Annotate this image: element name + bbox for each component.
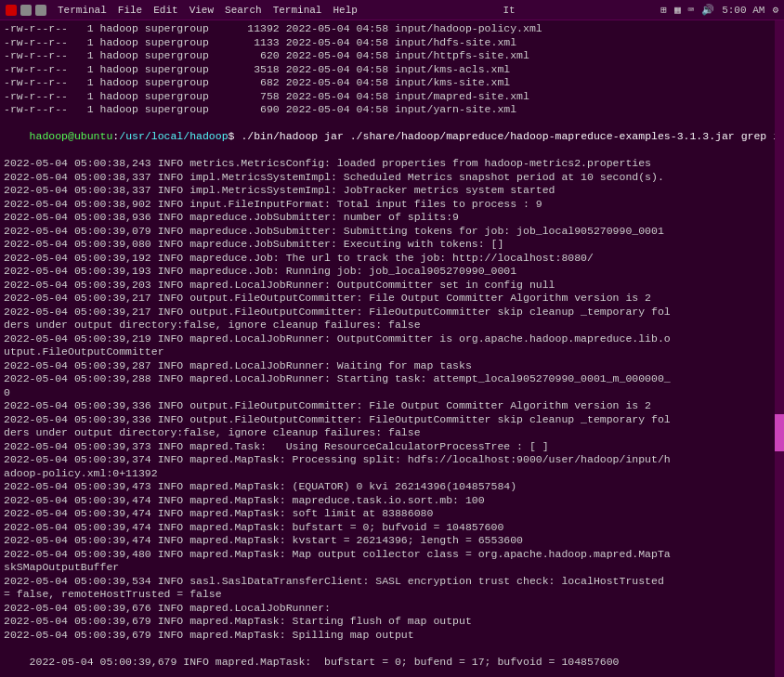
terminal-line: 2022-05-04 05:00:39,203 INFO mapred.Loca… — [4, 279, 780, 293]
titlebar-center: It — [503, 5, 515, 16]
terminal-line: -rw-r--r-- 1 hadoop supergroup 11392 202… — [4, 22, 780, 36]
sound-icon: 🔊 — [701, 4, 714, 16]
terminal-line: 2022-05-04 05:00:38,337 INFO impl.Metric… — [4, 171, 780, 185]
terminal-line: -rw-r--r-- 1 hadoop supergroup 620 2022-… — [4, 49, 780, 63]
terminal-line: 2022-05-04 05:00:39,679 INFO mapred.MapT… — [4, 629, 780, 643]
titlebar-left: Terminal File Edit View Search Terminal … — [6, 5, 358, 16]
terminal-line: 2022-05-04 05:00:39,474 INFO mapred.MapT… — [4, 534, 780, 548]
terminal-line: 2022-05-04 05:00:39,373 INFO mapred.Task… — [4, 440, 780, 454]
terminal-line: 2022-05-04 05:00:39,193 INFO mapreduce.J… — [4, 265, 780, 279]
terminal-line: ders under output directory:false, ignor… — [4, 426, 780, 440]
terminal-line: 2022-05-04 05:00:38,243 INFO metrics.Met… — [4, 157, 780, 171]
terminal-line: adoop-policy.xml:0+11392 — [4, 467, 780, 481]
scrollbar-thumb[interactable] — [775, 414, 784, 451]
terminal-line: 2022-05-04 05:00:39,336 INFO output.File… — [4, 399, 780, 413]
terminal-line: 2022-05-04 05:00:39,192 INFO mapreduce.J… — [4, 252, 780, 266]
prompt-command: ./bin/hadoop jar ./share/hadoop/mapreduc… — [241, 130, 784, 142]
network-icon: ⊞ — [660, 4, 667, 16]
terminal-line: 2022-05-04 05:00:39,474 INFO mapred.MapT… — [4, 507, 780, 521]
terminal-line: -rw-r--r-- 1 hadoop supergroup 3518 2022… — [4, 63, 780, 77]
terminal[interactable]: -rw-r--r-- 1 hadoop supergroup 11392 202… — [0, 20, 784, 677]
menu-terminal2[interactable]: Terminal — [273, 5, 322, 16]
clock: 5:00 AM — [722, 5, 764, 16]
terminal-line: 2022-05-04 05:00:39,336 INFO output.File… — [4, 413, 780, 427]
terminal-line: -rw-r--r-- 1 hadoop supergroup 1133 2022… — [4, 36, 780, 50]
terminal-line: 2022-05-04 05:00:39,679 INFO mapred.MapT… — [4, 615, 780, 629]
terminal-line: 2022-05-04 05:00:39,534 INFO sasl.SaslDa… — [4, 575, 780, 589]
prompt-user-host: hadoop@ubuntu — [30, 130, 113, 142]
prompt-line: hadoop@ubuntu:/usr/local/hadoop$ ./bin/h… — [4, 117, 780, 158]
terminal-line: 2022-05-04 05:00:39,288 INFO mapred.Loca… — [4, 372, 780, 386]
minimize-button[interactable] — [20, 5, 32, 16]
terminal-line: 2022-05-04 05:00:39,676 INFO mapred.Loca… — [4, 602, 780, 616]
keyboard-icon: ⌨ — [688, 4, 695, 16]
terminal-line: 2022-05-04 05:00:39,679 INFO mapred.MapT… — [4, 642, 780, 677]
terminal-line: 2022-05-04 05:00:39,474 INFO mapred.MapT… — [4, 494, 780, 508]
close-button[interactable] — [6, 5, 17, 16]
titlebar-menu: Terminal File Edit View Search Terminal … — [58, 5, 358, 16]
scrollbar[interactable] — [775, 20, 784, 677]
menu-search[interactable]: Search — [225, 5, 262, 16]
menu-edit[interactable]: Edit — [153, 5, 177, 16]
terminal-line: 2022-05-04 05:00:39,480 INFO mapred.MapT… — [4, 548, 780, 562]
terminal-line: ders under output directory:false, ignor… — [4, 319, 780, 332]
terminal-line: -rw-r--r-- 1 hadoop supergroup 690 2022-… — [4, 103, 780, 117]
terminal-line: 2022-05-04 05:00:39,217 INFO output.File… — [4, 306, 780, 319]
terminal-line: skSMapOutputBuffer — [4, 561, 780, 575]
terminal-line: 2022-05-04 05:00:39,374 INFO mapred.MapT… — [4, 453, 780, 467]
terminal-line: 2022-05-04 05:00:38,337 INFO impl.Metric… — [4, 184, 780, 198]
menu-terminal[interactable]: Terminal — [58, 5, 107, 16]
menu-help[interactable]: Help — [333, 5, 357, 16]
terminal-line: 2022-05-04 05:00:39,473 INFO mapred.MapT… — [4, 480, 780, 494]
terminal-line: 2022-05-04 05:00:39,217 INFO output.File… — [4, 292, 780, 306]
menu-file[interactable]: File — [118, 5, 142, 16]
terminal-line: = false, remoteHostTrusted = false — [4, 588, 780, 602]
terminal-line: 2022-05-04 05:00:39,474 INFO mapred.MapT… — [4, 521, 780, 535]
maximize-button[interactable] — [35, 5, 46, 16]
terminal-line: 2022-05-04 05:00:39,080 INFO mapreduce.J… — [4, 238, 780, 252]
terminal-line: -rw-r--r-- 1 hadoop supergroup 758 2022-… — [4, 90, 780, 104]
terminal-line: 0 — [4, 386, 780, 400]
titlebar: Terminal File Edit View Search Terminal … — [0, 0, 784, 20]
terminal-line: 2022-05-04 05:00:39,079 INFO mapreduce.J… — [4, 225, 780, 239]
menu-view[interactable]: View — [189, 5, 214, 16]
terminal-line: 2022-05-04 05:00:38,902 INFO input.FileI… — [4, 198, 780, 212]
terminal-line: 2022-05-04 05:00:39,287 INFO mapred.Loca… — [4, 359, 780, 373]
terminal-line: 2022-05-04 05:00:38,936 INFO mapreduce.J… — [4, 211, 780, 225]
prompt-path: /usr/local/hadoop — [119, 130, 228, 142]
settings-icon: ⚙ — [772, 4, 778, 16]
terminal-line: -rw-r--r-- 1 hadoop supergroup 682 2022-… — [4, 76, 780, 90]
battery-icon: ▦ — [674, 4, 681, 16]
terminal-line: 2022-05-04 05:00:39,219 INFO mapred.Loca… — [4, 332, 780, 346]
terminal-line: utput.FileOutputCommitter — [4, 345, 780, 359]
titlebar-right: ⊞ ▦ ⌨ 🔊 5:00 AM ⚙ — [660, 4, 778, 16]
